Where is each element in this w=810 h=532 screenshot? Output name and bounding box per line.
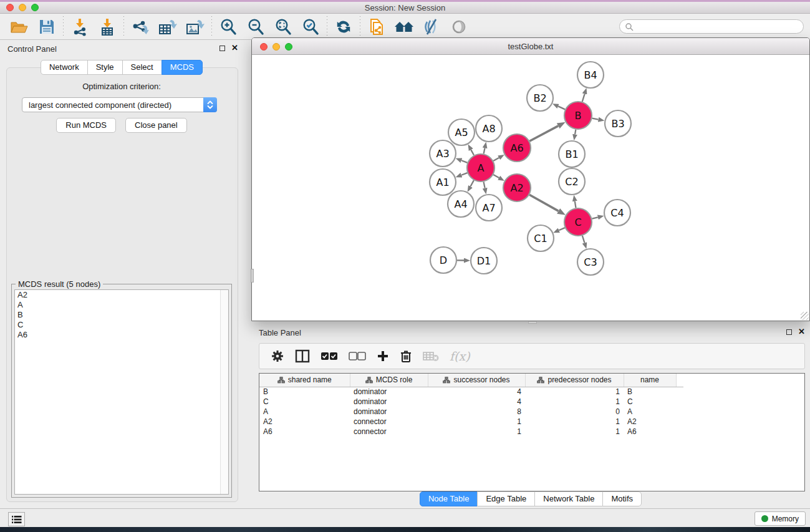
- graph-node-C4[interactable]: C4: [604, 200, 630, 226]
- cell-MCDS-role[interactable]: dominator: [350, 407, 428, 417]
- graph-node-B2[interactable]: B2: [527, 85, 553, 111]
- cell-MCDS-role[interactable]: dominator: [350, 397, 428, 407]
- zoom-selected-icon[interactable]: [299, 16, 322, 37]
- table-row[interactable]: A6connector11A6: [259, 427, 683, 437]
- open-file-icon[interactable]: [7, 16, 31, 37]
- clone-network-icon[interactable]: [365, 16, 388, 37]
- graph-edge-B-B1[interactable]: [575, 130, 576, 135]
- graph-node-B1[interactable]: B1: [559, 141, 585, 167]
- zoom-out-icon[interactable]: [244, 16, 268, 37]
- search-input[interactable]: [619, 19, 804, 34]
- graph-edge-A-A5[interactable]: [471, 150, 474, 155]
- graph-node-A7[interactable]: A7: [476, 195, 502, 221]
- graph-edge-A-A6[interactable]: [493, 158, 499, 161]
- select-all-icon[interactable]: [321, 351, 338, 361]
- cell-name[interactable]: B: [624, 387, 676, 397]
- graph-edge-A-A1[interactable]: [461, 173, 468, 175]
- graph-edge-B-B2[interactable]: [558, 106, 565, 109]
- home-icon[interactable]: [392, 16, 416, 37]
- cell-successor-nodes[interactable]: 1: [428, 417, 525, 427]
- cell-MCDS-role[interactable]: dominator: [350, 387, 428, 397]
- graph-node-A6[interactable]: A6: [503, 134, 531, 162]
- graph-node-B[interactable]: B: [564, 102, 592, 129]
- float-panel-icon[interactable]: [219, 46, 225, 51]
- columns-icon[interactable]: [295, 349, 310, 363]
- graph-node-C3[interactable]: C3: [577, 249, 604, 275]
- cell-name[interactable]: A2: [624, 417, 676, 427]
- graph-node-A1[interactable]: A1: [430, 169, 456, 195]
- result-scrollbar[interactable]: [220, 290, 228, 494]
- graph-edge-A-A7[interactable]: [484, 182, 485, 188]
- result-item-b[interactable]: B: [15, 310, 228, 320]
- cell-successor-nodes[interactable]: 1: [428, 427, 525, 437]
- cell-shared-name[interactable]: C: [259, 397, 350, 407]
- tab-network[interactable]: Network: [41, 60, 88, 75]
- cell-name[interactable]: A: [624, 407, 676, 417]
- export-image-icon[interactable]: [183, 16, 207, 37]
- tab-mcds[interactable]: MCDS: [162, 60, 203, 75]
- cell-shared-name[interactable]: A: [259, 407, 350, 417]
- window-bottom-grip[interactable]: [528, 321, 537, 324]
- graph-edge-A-A4[interactable]: [470, 180, 473, 186]
- graph-edge-A6-B[interactable]: [529, 126, 558, 141]
- graph-edge-B-B3[interactable]: [592, 118, 599, 120]
- graph-node-A4[interactable]: A4: [448, 191, 474, 217]
- graph-edge-C-C4[interactable]: [592, 217, 597, 218]
- graph-edge-A-A2[interactable]: [493, 175, 499, 178]
- graph-node-C[interactable]: C: [564, 208, 592, 236]
- result-item-a6[interactable]: A6: [15, 330, 228, 340]
- window-resize-grip[interactable]: [801, 312, 809, 320]
- run-mcds-button[interactable]: Run MCDS: [56, 118, 116, 133]
- task-history-button[interactable]: [8, 512, 25, 526]
- cell-successor-nodes[interactable]: 4: [428, 397, 525, 407]
- import-network-icon[interactable]: [68, 16, 92, 37]
- hide-panels-icon[interactable]: [420, 16, 443, 37]
- table-close-panel-icon[interactable]: ✕: [798, 329, 805, 335]
- graph-node-B3[interactable]: B3: [605, 110, 631, 137]
- cell-predecessor-nodes[interactable]: 1: [525, 397, 624, 407]
- graph-node-A5[interactable]: A5: [448, 119, 475, 145]
- add-column-icon[interactable]: [377, 350, 389, 362]
- result-item-a[interactable]: A: [15, 300, 228, 310]
- graph-node-A8[interactable]: A8: [476, 115, 502, 142]
- gear-icon[interactable]: [271, 349, 284, 363]
- tab-select[interactable]: Select: [122, 60, 162, 75]
- network-graph[interactable]: AA1A2A3A4A5A6A7A8BB1B2B3B4CC1C2C3C4DD1: [252, 55, 809, 321]
- graph-edge-C-C3[interactable]: [582, 236, 585, 243]
- cell-successor-nodes[interactable]: 4: [428, 387, 525, 397]
- column-header-name[interactable]: name: [624, 374, 676, 387]
- table-float-panel-icon[interactable]: [786, 329, 792, 335]
- mcds-result-list[interactable]: A2ABCA6: [14, 289, 229, 495]
- cell-name[interactable]: A6: [624, 427, 676, 437]
- graph-node-A[interactable]: A: [467, 154, 494, 181]
- result-item-c[interactable]: C: [15, 320, 228, 330]
- graph-node-D[interactable]: D: [430, 247, 456, 273]
- graph-edge-C-C1[interactable]: [559, 228, 565, 230]
- graph-edge-A2-C[interactable]: [529, 195, 559, 211]
- table-row[interactable]: A2connector11A2: [259, 417, 683, 427]
- graph-edge-C-C2[interactable]: [575, 201, 576, 208]
- cell-name[interactable]: C: [624, 397, 676, 407]
- graph-edge-A-A3[interactable]: [461, 160, 468, 163]
- column-header-shared-name[interactable]: shared name: [259, 374, 350, 387]
- column-header-predecessor-nodes[interactable]: predecessor nodes: [525, 374, 624, 387]
- window-left-grip[interactable]: [251, 269, 254, 283]
- cell-predecessor-nodes[interactable]: 1: [525, 387, 624, 397]
- cell-predecessor-nodes[interactable]: 1: [525, 417, 624, 427]
- export-network-icon[interactable]: [128, 16, 152, 37]
- refresh-icon[interactable]: [332, 16, 355, 37]
- cell-predecessor-nodes[interactable]: 1: [525, 427, 624, 437]
- graph-edge-A-A8[interactable]: [484, 148, 485, 153]
- column-header-successor-nodes[interactable]: successor nodes: [428, 374, 525, 387]
- delete-column-icon[interactable]: [400, 349, 412, 363]
- zoom-fit-icon[interactable]: [271, 16, 295, 37]
- graph-node-A2[interactable]: A2: [503, 174, 531, 201]
- network-canvas[interactable]: AA1A2A3A4A5A6A7A8BB1B2B3B4CC1C2C3C4DD1: [252, 55, 809, 321]
- tab-node-table[interactable]: Node Table: [420, 491, 478, 506]
- zoom-in-icon[interactable]: [216, 16, 240, 37]
- deselect-all-icon[interactable]: [349, 351, 366, 361]
- table-row[interactable]: Adominator80A: [259, 407, 683, 417]
- eye-icon[interactable]: [447, 16, 471, 37]
- node-table[interactable]: shared nameMCDS rolesuccessor nodesprede…: [259, 373, 805, 491]
- table-row[interactable]: Bdominator41B: [259, 387, 683, 397]
